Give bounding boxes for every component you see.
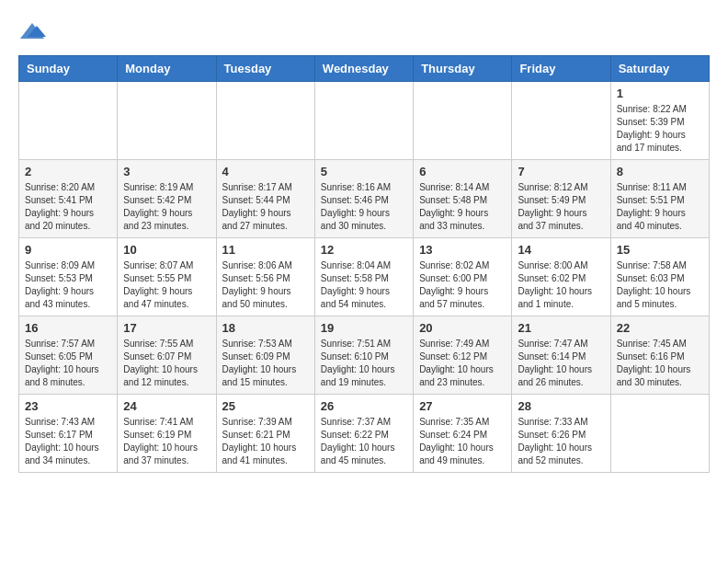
day-header-friday: Friday (512, 56, 610, 82)
day-info: Sunrise: 7:47 AM Sunset: 6:14 PM Dayligh… (518, 338, 604, 389)
calendar-cell: 24Sunrise: 7:41 AM Sunset: 6:19 PM Dayli… (118, 395, 216, 473)
day-number: 15 (617, 243, 703, 257)
calendar-table: SundayMondayTuesdayWednesdayThursdayFrid… (18, 55, 710, 473)
day-info: Sunrise: 8:20 AM Sunset: 5:41 PM Dayligh… (25, 181, 111, 233)
calendar-cell (19, 82, 118, 160)
day-info: Sunrise: 7:51 AM Sunset: 6:10 PM Dayligh… (321, 338, 407, 389)
day-info: Sunrise: 8:04 AM Sunset: 5:58 PM Dayligh… (321, 259, 407, 311)
calendar-cell: 27Sunrise: 7:35 AM Sunset: 6:24 PM Dayli… (414, 395, 512, 473)
day-number: 3 (123, 165, 210, 178)
calendar-cell: 14Sunrise: 8:00 AM Sunset: 6:02 PM Dayli… (512, 238, 610, 316)
day-number: 7 (518, 165, 604, 178)
day-number: 10 (123, 243, 210, 257)
week-row-5: 23Sunrise: 7:43 AM Sunset: 6:17 PM Dayli… (19, 395, 710, 473)
day-number: 16 (25, 321, 111, 335)
calendar-cell: 12Sunrise: 8:04 AM Sunset: 5:58 PM Dayli… (314, 238, 413, 316)
calendar-cell: 7Sunrise: 8:12 AM Sunset: 5:49 PM Daylig… (512, 160, 610, 238)
day-info: Sunrise: 7:58 AM Sunset: 6:03 PM Dayligh… (617, 259, 703, 311)
day-info: Sunrise: 8:02 AM Sunset: 6:00 PM Dayligh… (419, 259, 506, 311)
calendar-cell: 28Sunrise: 7:33 AM Sunset: 6:26 PM Dayli… (512, 395, 610, 473)
day-info: Sunrise: 7:41 AM Sunset: 6:19 PM Dayligh… (123, 416, 210, 467)
calendar-cell: 26Sunrise: 7:37 AM Sunset: 6:22 PM Dayli… (314, 395, 413, 473)
calendar-cell: 8Sunrise: 8:11 AM Sunset: 5:51 PM Daylig… (610, 160, 709, 238)
calendar-cell (314, 82, 413, 160)
day-info: Sunrise: 7:53 AM Sunset: 6:09 PM Dayligh… (222, 338, 309, 389)
calendar-cell: 9Sunrise: 8:09 AM Sunset: 5:53 PM Daylig… (19, 238, 118, 316)
day-info: Sunrise: 8:06 AM Sunset: 5:56 PM Dayligh… (222, 259, 309, 311)
day-number: 28 (518, 399, 604, 413)
day-number: 26 (321, 399, 407, 413)
day-number: 25 (222, 399, 309, 413)
day-info: Sunrise: 8:12 AM Sunset: 5:49 PM Dayligh… (518, 181, 604, 233)
week-row-4: 16Sunrise: 7:57 AM Sunset: 6:05 PM Dayli… (19, 316, 710, 395)
day-number: 11 (222, 243, 309, 257)
day-header-wednesday: Wednesday (314, 56, 413, 82)
calendar-cell: 3Sunrise: 8:19 AM Sunset: 5:42 PM Daylig… (118, 160, 216, 238)
calendar-cell: 20Sunrise: 7:49 AM Sunset: 6:12 PM Dayli… (414, 316, 512, 395)
week-row-2: 2Sunrise: 8:20 AM Sunset: 5:41 PM Daylig… (19, 160, 710, 238)
day-info: Sunrise: 8:11 AM Sunset: 5:51 PM Dayligh… (617, 181, 703, 233)
day-number: 5 (321, 165, 407, 178)
day-number: 23 (25, 399, 111, 413)
day-number: 21 (518, 321, 604, 335)
day-info: Sunrise: 7:49 AM Sunset: 6:12 PM Dayligh… (419, 338, 506, 389)
calendar-cell: 6Sunrise: 8:14 AM Sunset: 5:48 PM Daylig… (414, 160, 512, 238)
day-header-sunday: Sunday (19, 56, 118, 82)
day-number: 18 (222, 321, 309, 335)
calendar-cell (610, 395, 709, 473)
day-info: Sunrise: 8:07 AM Sunset: 5:55 PM Dayligh… (123, 259, 210, 311)
day-number: 12 (321, 243, 407, 257)
calendar-cell: 5Sunrise: 8:16 AM Sunset: 5:46 PM Daylig… (314, 160, 413, 238)
day-info: Sunrise: 8:00 AM Sunset: 6:02 PM Dayligh… (518, 259, 604, 311)
day-info: Sunrise: 8:16 AM Sunset: 5:46 PM Dayligh… (321, 181, 407, 233)
day-number: 22 (617, 321, 703, 335)
day-info: Sunrise: 7:55 AM Sunset: 6:07 PM Dayligh… (123, 338, 210, 389)
week-row-3: 9Sunrise: 8:09 AM Sunset: 5:53 PM Daylig… (19, 238, 710, 316)
day-number: 13 (419, 243, 506, 257)
calendar-cell: 2Sunrise: 8:20 AM Sunset: 5:41 PM Daylig… (19, 160, 118, 238)
day-info: Sunrise: 7:35 AM Sunset: 6:24 PM Dayligh… (419, 416, 506, 467)
day-info: Sunrise: 8:09 AM Sunset: 5:53 PM Dayligh… (25, 259, 111, 311)
day-header-thursday: Thursday (414, 56, 512, 82)
week-row-1: 1Sunrise: 8:22 AM Sunset: 5:39 PM Daylig… (19, 82, 710, 160)
calendar-cell (414, 82, 512, 160)
day-info: Sunrise: 8:22 AM Sunset: 5:39 PM Dayligh… (617, 103, 703, 155)
day-number: 9 (25, 243, 111, 257)
day-header-tuesday: Tuesday (216, 56, 314, 82)
calendar-cell: 22Sunrise: 7:45 AM Sunset: 6:16 PM Dayli… (610, 316, 709, 395)
calendar-cell: 25Sunrise: 7:39 AM Sunset: 6:21 PM Dayli… (216, 395, 314, 473)
day-number: 6 (419, 165, 506, 178)
calendar-cell: 21Sunrise: 7:47 AM Sunset: 6:14 PM Dayli… (512, 316, 610, 395)
day-header-saturday: Saturday (610, 56, 709, 82)
calendar-cell (512, 82, 610, 160)
day-info: Sunrise: 7:45 AM Sunset: 6:16 PM Dayligh… (617, 338, 703, 389)
calendar-cell: 11Sunrise: 8:06 AM Sunset: 5:56 PM Dayli… (216, 238, 314, 316)
day-number: 2 (25, 165, 111, 178)
calendar-cell: 18Sunrise: 7:53 AM Sunset: 6:09 PM Dayli… (216, 316, 314, 395)
day-number: 4 (222, 165, 309, 178)
day-info: Sunrise: 7:39 AM Sunset: 6:21 PM Dayligh… (222, 416, 309, 467)
day-number: 1 (617, 86, 703, 100)
calendar-cell: 4Sunrise: 8:17 AM Sunset: 5:44 PM Daylig… (216, 160, 314, 238)
day-number: 8 (617, 165, 703, 178)
logo-icon (18, 18, 46, 46)
day-info: Sunrise: 8:19 AM Sunset: 5:42 PM Dayligh… (123, 181, 210, 233)
logo (18, 18, 50, 46)
calendar-cell: 16Sunrise: 7:57 AM Sunset: 6:05 PM Dayli… (19, 316, 118, 395)
calendar-cell (216, 82, 314, 160)
day-number: 14 (518, 243, 604, 257)
calendar-cell: 1Sunrise: 8:22 AM Sunset: 5:39 PM Daylig… (610, 82, 709, 160)
calendar-cell: 15Sunrise: 7:58 AM Sunset: 6:03 PM Dayli… (610, 238, 709, 316)
day-info: Sunrise: 7:37 AM Sunset: 6:22 PM Dayligh… (321, 416, 407, 467)
calendar-cell (118, 82, 216, 160)
calendar-cell: 19Sunrise: 7:51 AM Sunset: 6:10 PM Dayli… (314, 316, 413, 395)
page-header (18, 18, 710, 46)
day-info: Sunrise: 7:33 AM Sunset: 6:26 PM Dayligh… (518, 416, 604, 467)
calendar-cell: 10Sunrise: 8:07 AM Sunset: 5:55 PM Dayli… (118, 238, 216, 316)
day-number: 19 (321, 321, 407, 335)
day-number: 17 (123, 321, 210, 335)
day-info: Sunrise: 7:43 AM Sunset: 6:17 PM Dayligh… (25, 416, 111, 467)
day-header-monday: Monday (118, 56, 216, 82)
day-info: Sunrise: 7:57 AM Sunset: 6:05 PM Dayligh… (25, 338, 111, 389)
calendar-cell: 23Sunrise: 7:43 AM Sunset: 6:17 PM Dayli… (19, 395, 118, 473)
